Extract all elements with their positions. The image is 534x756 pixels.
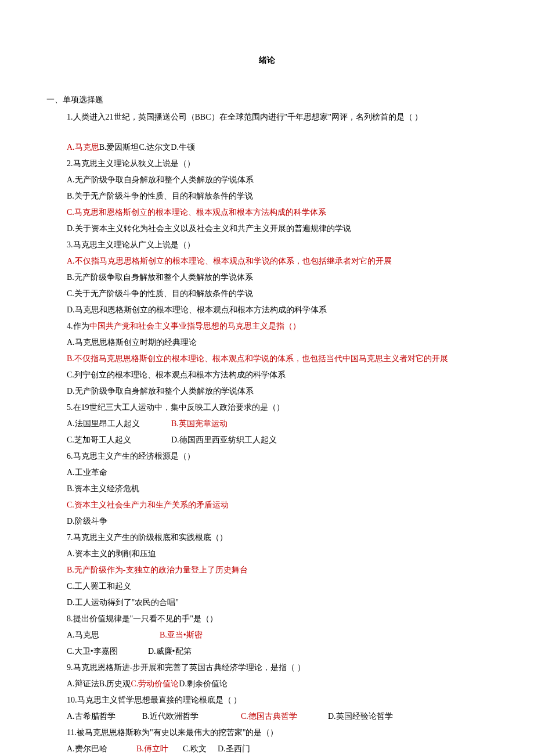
option-a: A.古希腊哲学 xyxy=(67,708,142,725)
question-stem: 3.马克思主义理论从广义上说是（） xyxy=(46,237,488,253)
option-line: A.费尔巴哈B.傅立叶C.欧文D.圣西门 xyxy=(46,741,488,756)
option: C.列宁创立的根本理论、根本观点和根本方法构成的科学体系 xyxy=(46,367,488,383)
section-heading: 一、单项选择题 xyxy=(46,92,488,108)
question-stem: 8.提出价值规律是"一只看不见的手"是（） xyxy=(46,611,488,627)
option-d: D.威廉•配第 xyxy=(148,647,192,656)
option-answer: B.无产阶级作为-支独立的政治力量登上了历史舞台 xyxy=(46,562,488,578)
option-line: A.古希腊哲学B.近代欧洲哲学C.德国古典哲学D.英国经验论哲学 xyxy=(46,708,488,725)
option-b: B.历史观 xyxy=(99,679,131,688)
option-c: C.劳动价值论 xyxy=(131,679,179,688)
question-stem: 1.人类进入21世纪，英国播送公司（BBC）在全球范围内进行"千年思想家"网评，… xyxy=(46,109,488,125)
question-stem: 2.马克思主义理论从狭义上说是（） xyxy=(46,156,488,172)
option-b: B.傅立叶 xyxy=(136,741,183,756)
option-line: A.辩证法B.历史观C.劳动价值论D.剩余价值论 xyxy=(46,676,488,692)
option: B.关于无产阶级斗争的性质、目的和解放条件的学说 xyxy=(46,188,488,204)
option-d: D.圣西门 xyxy=(218,744,250,753)
question-stem: 4.作为中国共产党和社会主义事业指导思想的马克思主义是指（） xyxy=(46,318,488,334)
option-a: A.马克思 xyxy=(67,627,160,643)
option: A.马克思思格斯创立时期的经典理论 xyxy=(46,334,488,351)
option-b: B.亚当•斯密 xyxy=(160,631,203,639)
question-stem: 6.马克思主义产生的经济根源是（） xyxy=(46,448,488,465)
option-d: D.牛顿 xyxy=(171,143,195,152)
option-c: C.芝加哥工人起义 xyxy=(67,432,171,448)
option-d: D.德国西里西亚纺织工人起义 xyxy=(171,435,277,444)
option: D.无产阶级争取自身解放和整个人类解放的学说体系 xyxy=(46,383,488,399)
option: C.关于无产阶级斗争的性质、目的和解放条件的学说 xyxy=(46,286,488,302)
option: A.工业革命 xyxy=(46,465,488,481)
option-answer: A.不仅指马克思思格斯创立的根本理论、根本观点和学说的体系，也包括继承者对它的开… xyxy=(46,253,488,269)
option: B.无产阶级争取自身解放和整个人类解放的学说体系 xyxy=(46,269,488,286)
option: B.资本主义经济危机 xyxy=(46,481,488,497)
option-c: C.欧文 xyxy=(183,741,218,756)
option-answer: B.不仅指马克思恩格斯创立的根本理论、根本观点和学说的体系，也包括当代中国马克思… xyxy=(46,351,488,367)
option-answer: C.资本主义社会生产力和生产关系的矛盾运动 xyxy=(46,497,488,513)
option-b: B.近代欧洲哲学 xyxy=(142,708,241,725)
question-stem: 7.马克思主义产生的阶级根底和实践根底（） xyxy=(46,530,488,546)
question-stem: 10.马克思主义哲学思想最直接的理论根底是（ ） xyxy=(46,692,488,708)
option-answer: C.马克思和恩格斯创立的根本理论、根本观点和根本方法构成的科学体系 xyxy=(46,204,488,221)
option: C.工人罢工和起义 xyxy=(46,578,488,595)
option-c: C.大卫•李嘉图 xyxy=(67,643,148,660)
option-a: A.费尔巴哈 xyxy=(67,741,136,756)
option: D.马克思和恩格斯创立的根本理论、根本观点和根本方法构成的科学体系 xyxy=(46,302,488,318)
question-stem: 5.在19世纪三大工人运动中，集中反映工人政治要求的是（） xyxy=(46,399,488,416)
option-d: D.英国经验论哲学 xyxy=(328,712,393,721)
option-row: C.芝加哥工人起义D.德国西里西亚纺织工人起义 xyxy=(46,432,488,448)
option: A.资本主义的剥削和压迫 xyxy=(46,546,488,562)
option: A.无产阶级争取自身解放和整个人类解放的学说体系 xyxy=(46,172,488,188)
option-c: C.达尔文 xyxy=(139,143,171,152)
option-line: A.马克思B.爱因斯坦C.达尔文D.牛顿 xyxy=(46,139,488,156)
option-row: A.马克思B.亚当•斯密 xyxy=(46,627,488,643)
option-a: A.法国里昂工人起义 xyxy=(67,416,171,432)
option-b: B.英国宪章运动 xyxy=(171,419,228,428)
option: D.工人运动得到了"农民的合唱" xyxy=(46,595,488,611)
page-title: 绪论 xyxy=(46,52,488,69)
option-a: A.辩证法 xyxy=(67,679,99,688)
question-stem: 9.马克思恩格斯进-步开展和完善了英国古典经济学理论，是指（ ） xyxy=(46,660,488,676)
option: D.关于资本主义转化为社会主义以及社会主义和共产主义开展的普遍规律的学说 xyxy=(46,221,488,237)
option-b: B.爱因斯坦 xyxy=(99,143,139,152)
option-row: C.大卫•李嘉图D.威廉•配第 xyxy=(46,643,488,660)
option-row: A.法国里昂工人起义B.英国宪章运动 xyxy=(46,416,488,432)
option: D.阶级斗争 xyxy=(46,513,488,530)
option-c: C.德国古典哲学 xyxy=(241,708,328,725)
question-stem: 11.被马克思恩格斯称为"有史以来最伟大的挖苦家"的是（） xyxy=(46,725,488,741)
option-d: D.剩余价值论 xyxy=(179,679,228,688)
option-a: A.马克思 xyxy=(67,143,99,152)
